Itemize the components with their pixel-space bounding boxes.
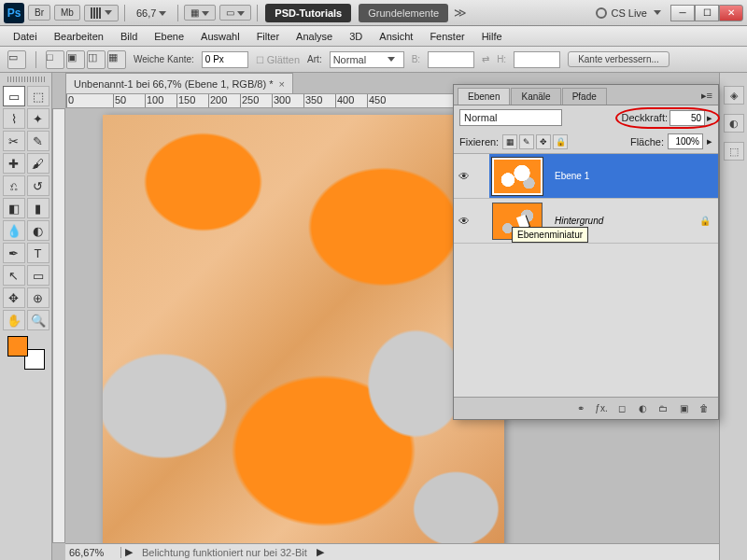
menu-datei[interactable]: Datei: [6, 28, 45, 45]
refine-edge-button[interactable]: Kante verbessern...: [568, 51, 669, 67]
menu-ansicht[interactable]: Ansicht: [372, 28, 420, 45]
layers-list: 👁 Ebene 1 👁 Hintergrund 🔒 Ebenenminiatur: [454, 154, 718, 397]
layers-panel-icon[interactable]: ◈: [724, 86, 744, 105]
lasso-tool[interactable]: ⌇: [3, 108, 25, 129]
artboard[interactable]: [103, 115, 504, 543]
3d-camera-tool[interactable]: ⊕: [27, 287, 49, 308]
move-tool[interactable]: ▭: [3, 86, 25, 106]
screen-mode-button[interactable]: [84, 5, 119, 21]
subtract-selection-icon[interactable]: ◫: [87, 50, 106, 69]
magic-wand-tool[interactable]: ✦: [27, 108, 49, 129]
maximize-button[interactable]: ☐: [695, 5, 719, 21]
menu-hilfe[interactable]: Hilfe: [474, 28, 510, 45]
layer-row[interactable]: 👁 Ebene 1: [454, 154, 718, 199]
minimize-button[interactable]: ─: [670, 5, 695, 21]
lock-transparency-icon[interactable]: ▦: [502, 134, 517, 149]
stamp-tool[interactable]: ⎌: [3, 175, 25, 196]
pen-tool[interactable]: ✒: [3, 243, 25, 263]
link-layers-icon[interactable]: ⚭: [572, 401, 589, 416]
delete-layer-icon[interactable]: 🗑: [696, 401, 712, 416]
history-brush-tool[interactable]: ↺: [27, 175, 49, 196]
tab-pfade[interactable]: Pfade: [562, 88, 607, 105]
fill-input[interactable]: [668, 133, 703, 149]
workspace-more-icon[interactable]: ≫: [454, 6, 464, 20]
brush-tool[interactable]: 🖌: [27, 153, 49, 174]
menu-ebene[interactable]: Ebene: [147, 28, 191, 45]
crop-tool[interactable]: ✂: [3, 131, 25, 151]
dodge-tool[interactable]: ◐: [27, 220, 49, 241]
layer-fx-icon[interactable]: ƒx.: [593, 401, 610, 416]
menu-bild[interactable]: Bild: [113, 28, 145, 45]
menu-fenster[interactable]: Fenster: [422, 28, 472, 45]
layer-group-icon[interactable]: 🗀: [655, 401, 671, 416]
menu-3d[interactable]: 3D: [342, 28, 370, 45]
close-icon[interactable]: ×: [278, 78, 284, 90]
healing-tool[interactable]: ✚: [3, 153, 25, 174]
swap-icon: ⇄: [482, 54, 489, 64]
zoom-level[interactable]: 66,7: [131, 6, 172, 21]
height-input: [514, 51, 560, 68]
document-tab[interactable]: Unbenannt-1 bei 66,7% (Ebene 1, RGB/8) *…: [65, 73, 293, 93]
visibility-toggle[interactable]: 👁: [454, 154, 474, 198]
feather-label: Weiche Kante:: [134, 54, 194, 64]
opacity-flyout-icon[interactable]: ▸: [707, 112, 712, 124]
status-zoom[interactable]: 66,67%: [65, 547, 121, 558]
marquee-tool[interactable]: ⬚: [27, 86, 49, 106]
panel-grip[interactable]: [7, 77, 45, 82]
foreground-color[interactable]: [7, 336, 28, 357]
zoom-tool[interactable]: 🔍: [27, 310, 49, 330]
bridge-button[interactable]: Br: [28, 5, 50, 21]
tab-kanaele[interactable]: Kanäle: [511, 88, 560, 105]
workspace-tab-psdtutorials[interactable]: PSD-Tutorials: [265, 4, 351, 22]
layers-panel: Ebenen Kanäle Pfade ▸≡ Normal Deckkraft:…: [453, 84, 719, 420]
arrange-docs-button[interactable]: ▭: [219, 5, 251, 21]
panel-menu-icon[interactable]: ▸≡: [696, 87, 718, 105]
menu-auswahl[interactable]: Auswahl: [193, 28, 247, 45]
eraser-tool[interactable]: ◧: [3, 198, 25, 218]
intersect-selection-icon[interactable]: ▦: [107, 50, 126, 69]
layer-row[interactable]: 👁 Hintergrund 🔒 Ebenenminiatur: [454, 199, 718, 244]
blend-mode-select[interactable]: Normal: [459, 109, 562, 126]
layer-name[interactable]: Hintergrund: [545, 216, 603, 226]
menu-filter[interactable]: Filter: [249, 28, 287, 45]
fill-label: Fläche:: [630, 136, 664, 147]
color-swatches[interactable]: [7, 336, 45, 370]
hand-tool[interactable]: ✋: [3, 310, 25, 330]
cslive-icon: [596, 7, 607, 19]
3d-tool[interactable]: ✥: [3, 287, 25, 308]
gradient-tool[interactable]: ▮: [27, 198, 49, 218]
type-tool[interactable]: T: [27, 243, 49, 263]
lock-position-icon[interactable]: ✥: [536, 134, 551, 149]
fill-flyout-icon[interactable]: ▸: [707, 135, 712, 147]
tooltip: Ebenenminiatur: [512, 227, 588, 243]
menu-bearbeiten[interactable]: Bearbeiten: [47, 28, 111, 45]
style-select[interactable]: Normal: [330, 51, 404, 68]
shape-tool[interactable]: ▭: [27, 265, 49, 286]
eyedropper-tool[interactable]: ✎: [27, 131, 49, 151]
view-extras-button[interactable]: ▦: [184, 5, 216, 21]
menu-analyse[interactable]: Analyse: [289, 28, 340, 45]
feather-input[interactable]: [202, 51, 248, 68]
lock-pixels-icon[interactable]: ✎: [519, 134, 534, 149]
lock-all-icon[interactable]: 🔒: [553, 134, 568, 149]
opacity-input[interactable]: [669, 110, 705, 126]
blur-tool[interactable]: 💧: [3, 220, 25, 241]
workspace-tab-grundelemente[interactable]: Grundelemente: [359, 4, 448, 22]
separator: [177, 5, 178, 21]
adjustments-panel-icon[interactable]: ◐: [724, 114, 744, 133]
minibridge-button[interactable]: Mb: [54, 5, 80, 21]
add-selection-icon[interactable]: ▣: [66, 50, 85, 69]
path-tool[interactable]: ↖: [3, 265, 25, 286]
visibility-toggle[interactable]: 👁: [454, 215, 474, 228]
new-layer-icon[interactable]: ▣: [675, 401, 692, 416]
tool-preset-icon[interactable]: ▭: [7, 50, 26, 69]
layer-thumbnail[interactable]: [492, 158, 543, 195]
tab-ebenen[interactable]: Ebenen: [458, 88, 510, 105]
layer-name[interactable]: Ebene 1: [545, 171, 589, 181]
adjustment-layer-icon[interactable]: ◐: [634, 401, 651, 416]
styles-panel-icon[interactable]: ⬚: [724, 142, 744, 161]
close-button[interactable]: ✕: [719, 5, 743, 21]
cslive-button[interactable]: CS Live: [596, 7, 661, 19]
new-selection-icon[interactable]: □: [46, 50, 64, 69]
layer-mask-icon[interactable]: ◻: [613, 401, 630, 416]
